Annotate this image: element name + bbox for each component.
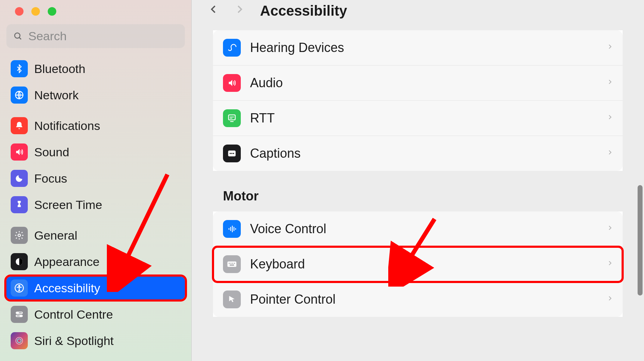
panel-header: Accessibility — [192, 0, 644, 30]
content-area: Hearing Devices Audio — [192, 30, 644, 361]
row-pointer-control[interactable]: Pointer Control — [213, 282, 623, 317]
svg-line-1 — [19, 37, 21, 39]
svg-rect-26 — [232, 263, 233, 264]
controlcentre-icon — [11, 306, 28, 323]
svg-point-12 — [17, 339, 21, 343]
scrollbar-thumb[interactable] — [638, 185, 643, 295]
svg-point-10 — [20, 315, 21, 316]
sidebar-item-controlcentre[interactable]: Control Centre — [6, 303, 185, 326]
svg-point-6 — [19, 285, 20, 287]
general-icon — [11, 227, 28, 244]
svg-rect-28 — [230, 265, 234, 266]
sidebar-item-label: Screen Time — [34, 198, 102, 212]
sidebar-item-general[interactable]: General — [6, 224, 185, 247]
chevron-right-icon — [607, 147, 613, 160]
window-controls — [6, 4, 185, 24]
row-label: RTT — [250, 111, 607, 126]
sidebar-item-network[interactable]: Network — [6, 84, 185, 106]
screentime-icon — [11, 196, 28, 213]
row-hearing-devices[interactable]: Hearing Devices — [213, 30, 623, 66]
chevron-right-icon — [607, 258, 613, 271]
row-voice-control[interactable]: Voice Control — [213, 211, 623, 247]
keyboard-icon — [223, 255, 241, 273]
svg-point-15 — [230, 153, 231, 154]
network-icon — [11, 87, 28, 104]
svg-rect-22 — [235, 228, 236, 230]
siri-icon — [11, 332, 28, 349]
svg-point-3 — [18, 234, 21, 237]
bluetooth-icon — [11, 60, 28, 77]
svg-rect-20 — [232, 226, 233, 232]
notifications-icon — [11, 117, 28, 134]
sidebar-item-accessibility[interactable]: Accessibility — [6, 277, 185, 299]
voicecontrol-icon — [223, 220, 241, 238]
svg-point-9 — [17, 312, 19, 314]
chevron-right-icon — [607, 223, 613, 235]
captions-icon — [223, 145, 241, 162]
chevron-right-icon — [607, 293, 613, 306]
row-keyboard[interactable]: Keyboard — [213, 247, 623, 282]
row-label: Pointer Control — [250, 292, 607, 307]
sidebar-item-label: Accessibility — [34, 281, 100, 295]
svg-point-17 — [233, 153, 234, 154]
sidebar-item-sound[interactable]: Sound — [6, 141, 185, 163]
row-label: Captions — [250, 146, 607, 161]
svg-rect-13 — [229, 115, 235, 120]
row-label: Keyboard — [250, 257, 607, 272]
rtt-icon — [223, 109, 241, 127]
settings-list: Voice Control Keyboard — [213, 211, 623, 317]
chevron-right-icon — [607, 112, 613, 125]
pointer-icon — [223, 291, 241, 308]
sidebar-item-label: Control Centre — [34, 308, 113, 321]
sound-icon — [11, 143, 28, 161]
row-label: Voice Control — [250, 221, 607, 236]
row-audio[interactable]: Audio — [213, 66, 623, 101]
appearance-icon — [11, 253, 28, 270]
chevron-right-icon — [607, 42, 613, 54]
chevron-right-icon — [607, 77, 613, 89]
sidebar: Bluetooth Network Notifications — [0, 0, 192, 361]
audio-icon — [223, 74, 241, 92]
search-field[interactable] — [6, 24, 185, 48]
settings-list: Hearing Devices Audio — [213, 30, 623, 171]
close-window-button[interactable] — [15, 7, 24, 16]
sidebar-item-bluetooth[interactable]: Bluetooth — [6, 57, 185, 80]
sidebar-item-screentime[interactable]: Screen Time — [6, 193, 185, 216]
svg-rect-23 — [228, 262, 237, 267]
focus-icon — [11, 170, 28, 187]
sidebar-item-appearance[interactable]: Appearance — [6, 250, 185, 273]
page-title: Accessibility — [260, 3, 347, 19]
sidebar-item-label: Sound — [34, 145, 69, 159]
sidebar-item-label: Focus — [34, 172, 67, 185]
sidebar-item-focus[interactable]: Focus — [6, 167, 185, 190]
row-label: Hearing Devices — [250, 40, 607, 55]
row-rtt[interactable]: RTT — [213, 101, 623, 136]
back-button[interactable] — [206, 2, 222, 20]
sidebar-item-label: Siri & Spotlight — [34, 334, 114, 348]
sidebar-item-label: Appearance — [34, 255, 99, 269]
svg-rect-27 — [234, 263, 235, 264]
sidebar-item-notifications[interactable]: Notifications — [6, 114, 185, 137]
svg-point-11 — [16, 337, 23, 344]
sidebar-group: Notifications Sound Focus Screen Time — [6, 114, 185, 216]
svg-rect-24 — [229, 263, 230, 264]
accessibility-icon — [11, 279, 28, 297]
sidebar-item-label: Notifications — [34, 119, 100, 133]
minimize-window-button[interactable] — [31, 7, 40, 16]
sidebar-item-siri[interactable]: Siri & Spotlight — [6, 329, 185, 352]
forward-button[interactable] — [232, 2, 247, 20]
sidebar-group: Bluetooth Network — [6, 57, 185, 106]
row-captions[interactable]: Captions — [213, 136, 623, 171]
svg-rect-18 — [229, 228, 229, 230]
search-input[interactable] — [28, 29, 178, 43]
settings-window: Bluetooth Network Notifications — [0, 0, 644, 361]
svg-rect-19 — [230, 227, 231, 231]
sidebar-item-label: Network — [34, 88, 79, 102]
section-header-motor: Motor — [213, 189, 623, 211]
svg-point-16 — [231, 153, 232, 154]
row-label: Audio — [250, 75, 607, 90]
sidebar-item-label: General — [34, 229, 77, 242]
zoom-window-button[interactable] — [48, 7, 56, 16]
svg-point-0 — [15, 33, 20, 38]
sidebar-item-label: Bluetooth — [34, 62, 85, 76]
